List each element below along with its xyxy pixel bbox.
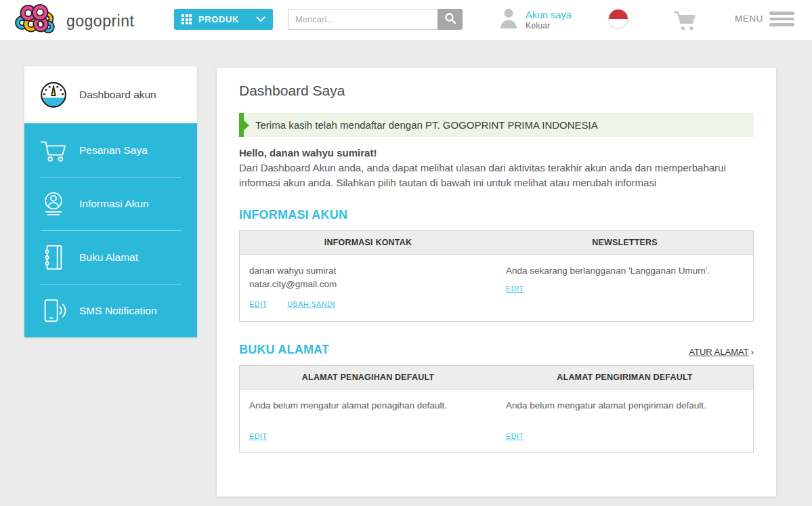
grid-icon bbox=[181, 14, 192, 24]
dashboard-content: Dashboard Saya Terima kasih telah mendaf… bbox=[217, 68, 776, 497]
contact-info-header: INFORMASI KONTAK bbox=[240, 231, 496, 254]
account-info-heading: INFORMASI AKUN bbox=[239, 208, 754, 222]
manage-addresses-link[interactable]: ATUR ALAMAT› bbox=[689, 347, 754, 357]
edit-shipping-link[interactable]: EDIT bbox=[506, 431, 523, 442]
contact-info-cell: danan wahyu sumirat natar.city@gmail.com… bbox=[240, 255, 496, 321]
sidebar-item-informasi-akun[interactable]: Informasi Akun bbox=[24, 177, 197, 230]
logout-link[interactable]: Keluar bbox=[526, 21, 572, 31]
shipping-status: Anda belum mengatur alamat pengiriman de… bbox=[506, 399, 744, 413]
page-title: Dashboard Saya bbox=[239, 83, 754, 99]
menu-label: MENU bbox=[735, 14, 763, 24]
newsletters-header: NEWSLETTERS bbox=[496, 231, 753, 254]
address-book-table: ALAMAT PENAGIHAN DEFAULT ALAMAT PENGIRIM… bbox=[239, 365, 754, 454]
sidebar-item-label: SMS Notification bbox=[79, 305, 157, 317]
search-button[interactable] bbox=[437, 9, 463, 30]
page: gogoprint PRODUK Akun saya Keluar bbox=[0, 0, 812, 506]
hamburger-icon bbox=[769, 12, 794, 26]
shipping-address-cell: Anda belum mengatur alamat pengiriman de… bbox=[496, 389, 753, 453]
billing-address-header: ALAMAT PENAGIHAN DEFAULT bbox=[240, 366, 496, 389]
produk-button[interactable]: PRODUK bbox=[174, 9, 273, 30]
sidebar-item-buku-alamat[interactable]: Buku Alamat bbox=[24, 230, 197, 284]
newsletter-status: Anda sekarang berlangganan 'Langganan Um… bbox=[506, 264, 744, 278]
search-icon bbox=[444, 12, 456, 26]
address-book-table-body: Anda belum mengatur alamat penagihan def… bbox=[240, 389, 753, 453]
change-password-link[interactable]: UBAH SANDI bbox=[287, 299, 335, 310]
sidebar-item-dashboard-akun[interactable]: Dashboard akun bbox=[24, 66, 197, 123]
edit-billing-link[interactable]: EDIT bbox=[249, 431, 267, 442]
indonesia-flag-icon[interactable] bbox=[608, 9, 628, 29]
sidebar-item-pesanan-saya[interactable]: Pesanan Saya bbox=[24, 123, 197, 177]
top-header: gogoprint PRODUK Akun saya Keluar bbox=[0, 0, 812, 41]
user-icon bbox=[498, 7, 519, 33]
address-book-icon bbox=[39, 243, 68, 272]
cart-button[interactable] bbox=[671, 8, 700, 33]
search-input[interactable] bbox=[288, 9, 437, 30]
sidebar-item-label: Dashboard akun bbox=[79, 89, 156, 101]
edit-newsletter-link[interactable]: EDIT bbox=[506, 283, 523, 295]
account-widget: Akun saya Keluar bbox=[498, 7, 572, 33]
chevron-right-icon: › bbox=[751, 347, 754, 357]
edit-contact-link[interactable]: EDIT bbox=[249, 299, 267, 310]
account-info-table-header: INFORMASI KONTAK NEWSLETTERS bbox=[240, 231, 753, 255]
contact-email: natar.city@gmail.com bbox=[249, 278, 487, 291]
cart-outline-icon bbox=[39, 138, 68, 163]
menu-button[interactable]: MENU bbox=[735, 12, 794, 26]
account-info-table-body: danan wahyu sumirat natar.city@gmail.com… bbox=[240, 255, 753, 321]
billing-status: Anda belum mengatur alamat penagihan def… bbox=[249, 399, 487, 413]
contact-name: danan wahyu sumirat bbox=[249, 264, 487, 278]
shipping-address-header: ALAMAT PENGIRIMAN DEFAULT bbox=[496, 366, 753, 389]
gogoprint-rings-icon bbox=[14, 4, 57, 39]
phone-notification-icon bbox=[39, 297, 68, 325]
greeting-text: Hello, danan wahyu sumirat! bbox=[239, 147, 754, 159]
brand-logo[interactable]: gogoprint bbox=[14, 4, 134, 39]
chevron-down-icon bbox=[256, 14, 265, 24]
produk-button-label: PRODUK bbox=[198, 14, 256, 24]
brand-name: gogoprint bbox=[66, 12, 134, 30]
search-bar bbox=[288, 9, 463, 30]
billing-address-cell: Anda belum mengatur alamat penagihan def… bbox=[240, 389, 496, 453]
account-sidebar: Dashboard akun Pesanan Saya bbox=[24, 66, 197, 337]
sidebar-item-label: Pesanan Saya bbox=[79, 144, 148, 156]
account-link[interactable]: Akun saya bbox=[526, 9, 572, 21]
sidebar-item-label: Buku Alamat bbox=[79, 251, 138, 263]
intro-text: Dari Dashboard Akun anda, anda dapat mel… bbox=[239, 161, 754, 190]
user-circle-icon bbox=[39, 190, 68, 218]
address-book-heading: BUKU ALAMAT bbox=[239, 343, 329, 357]
cart-icon bbox=[671, 24, 700, 35]
dashboard-gauge-icon bbox=[39, 81, 68, 109]
account-info-table: INFORMASI KONTAK NEWSLETTERS danan wahyu… bbox=[239, 230, 754, 322]
address-book-table-header: ALAMAT PENAGIHAN DEFAULT ALAMAT PENGIRIM… bbox=[240, 366, 753, 389]
newsletter-cell: Anda sekarang berlangganan 'Langganan Um… bbox=[496, 255, 753, 321]
success-banner: Terima kasih telah mendaftar dengan PT. … bbox=[239, 113, 754, 137]
sidebar-item-sms-notification[interactable]: SMS Notification bbox=[24, 284, 197, 337]
sidebar-item-label: Informasi Akun bbox=[79, 198, 149, 210]
